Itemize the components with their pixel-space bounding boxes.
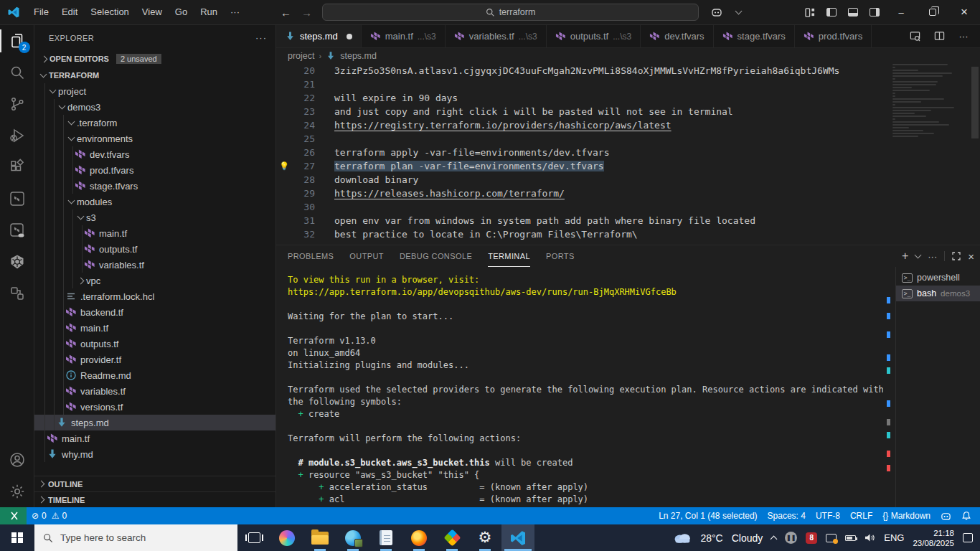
- menu-file[interactable]: File: [27, 4, 55, 21]
- taskbar-dev-diamond-icon[interactable]: [435, 524, 468, 551]
- remote-indicator[interactable]: [0, 507, 27, 524]
- terminal-instance-powershell[interactable]: >_powershell: [896, 270, 980, 286]
- tree-item-main.tf[interactable]: main.tf: [34, 430, 275, 446]
- activity-run-debug-icon[interactable]: [0, 120, 34, 151]
- editor-line-32[interactable]: 32best practice to locate in C:\Program …: [276, 227, 980, 241]
- editor-link-text[interactable]: https://registry.terraform.io/providers/…: [315, 118, 672, 132]
- editor-line-21[interactable]: 21: [276, 77, 980, 91]
- tree-item-dev.tfvars[interactable]: dev.tfvars: [34, 146, 275, 162]
- cursor-position[interactable]: Ln 27, Col 1 (48 selected): [654, 507, 762, 524]
- editor-scrollbar[interactable]: [970, 64, 980, 245]
- taskbar-vscode-icon[interactable]: [501, 524, 534, 551]
- activity-accounts-icon[interactable]: [0, 444, 34, 476]
- tree-item-TERRAFORM[interactable]: TERRAFORM: [34, 67, 275, 83]
- toggle-panel-icon[interactable]: [842, 3, 864, 22]
- back-arrow-icon[interactable]: ←: [281, 6, 291, 19]
- open-preview-icon[interactable]: [904, 27, 925, 46]
- timeline-section[interactable]: TIMELINE: [34, 491, 275, 507]
- editor-content[interactable]: 203zizPz5o3S0nsA.atlasv1.cjgyqxjDC43uuFc…: [276, 64, 980, 245]
- new-terminal-icon[interactable]: +: [902, 250, 908, 263]
- tree-item-project[interactable]: project: [34, 83, 275, 99]
- close-panel-icon[interactable]: ×: [968, 250, 974, 263]
- tree-item-stage.tfvars[interactable]: stage.tfvars: [34, 178, 275, 194]
- activity-terraform-icon[interactable]: [0, 183, 34, 215]
- activity-search-icon[interactable]: [0, 57, 34, 88]
- tab-stage.tfvars[interactable]: stage.tfvars: [714, 25, 795, 47]
- tree-item-vpc[interactable]: vpc: [34, 273, 275, 288]
- screen-snip-tray-icon[interactable]: [826, 534, 837, 542]
- tree-item-steps.md[interactable]: steps.md: [34, 415, 275, 430]
- problems-status[interactable]: ⊘0 ⚠0: [27, 507, 72, 524]
- notification-center-icon[interactable]: [963, 533, 973, 542]
- terminal-output[interactable]: To view this run in a browser, visit:htt…: [288, 274, 883, 507]
- notifications-bell-icon[interactable]: [956, 507, 980, 524]
- feedback-robot-icon[interactable]: [936, 507, 956, 524]
- tree-item-demos3[interactable]: demos3: [34, 99, 275, 115]
- copilot-icon[interactable]: [706, 3, 727, 22]
- panel-more-icon[interactable]: ···: [928, 251, 937, 262]
- tree-item-variables.tf[interactable]: variables.tf: [34, 383, 275, 399]
- activity-remote-explorer-icon[interactable]: [0, 278, 34, 309]
- split-editor-icon[interactable]: [928, 27, 950, 46]
- sidebar-more-icon[interactable]: ···: [255, 32, 267, 43]
- menu-edit[interactable]: Edit: [55, 4, 84, 21]
- tab-dev.tfvars[interactable]: dev.tfvars: [641, 25, 713, 47]
- terminal-instance-bash[interactable]: >_bashdemos3: [896, 286, 980, 301]
- minimap[interactable]: [890, 64, 969, 245]
- tree-item-versions.tf[interactable]: versions.tf: [34, 399, 275, 415]
- menu-run[interactable]: Run: [194, 4, 224, 21]
- outline-section[interactable]: OUTLINE: [34, 476, 275, 491]
- taskbar-notepad-icon[interactable]: [369, 524, 402, 551]
- eol-sequence[interactable]: CRLF: [845, 507, 877, 524]
- clock[interactable]: 21:18 23/08/2025: [913, 528, 954, 548]
- taskbar-search[interactable]: Type here to search: [34, 524, 237, 551]
- panel-tab-problems[interactable]: PROBLEMS: [288, 245, 334, 267]
- editor-line-31[interactable]: 31open env var from windows in system pa…: [276, 214, 980, 227]
- editor-line-30[interactable]: 30: [276, 200, 980, 214]
- editor-line-22[interactable]: 22will expire in 90 days: [276, 91, 980, 105]
- taskbar-settings-icon[interactable]: ⚙: [468, 524, 501, 551]
- language-mode[interactable]: {} Markdown: [877, 507, 936, 524]
- tab-steps.md[interactable]: steps.md: [276, 25, 362, 47]
- customize-layout-icon[interactable]: [799, 3, 821, 22]
- editor-line-26[interactable]: 26terraform apply -var-file=environments…: [276, 146, 980, 159]
- tree-item-outputs.tf[interactable]: outputs.tf: [34, 336, 275, 352]
- maximize-panel-icon[interactable]: [952, 252, 961, 260]
- tree-item-Readme.md[interactable]: Readme.md: [34, 367, 275, 383]
- activity-source-control-icon[interactable]: [0, 88, 34, 120]
- terminal-profile-chevron-icon[interactable]: [915, 252, 922, 259]
- tree-item-provider.tf[interactable]: provider.tf: [34, 352, 275, 367]
- lightbulb-icon[interactable]: 💡: [276, 159, 292, 173]
- editor-line-27[interactable]: 💡27terraform plan -var-file=environments…: [276, 159, 980, 173]
- editor-line-24[interactable]: 24https://registry.terraform.io/provider…: [276, 118, 980, 132]
- taskbar-copilot-icon[interactable]: [270, 524, 303, 551]
- task-view-button[interactable]: [237, 524, 270, 551]
- editor-line-23[interactable]: 23and just copy and right click i will b…: [276, 105, 980, 118]
- open-editors-section[interactable]: OPEN EDITORS 2 unsaved: [34, 50, 275, 67]
- toggle-secondary-sidebar-icon[interactable]: [864, 3, 885, 22]
- editor-line-25[interactable]: 25: [276, 132, 980, 146]
- breadcrumb[interactable]: project › steps.md: [276, 48, 980, 64]
- minimize-button[interactable]: –: [885, 0, 917, 25]
- tree-item-.terraform[interactable]: .terraform: [34, 115, 275, 131]
- panel-tab-terminal[interactable]: TERMINAL: [488, 245, 530, 267]
- tree-item-.terraform.lock.hcl[interactable]: .terraform.lock.hcl: [34, 288, 275, 304]
- panel-tab-debug-console[interactable]: DEBUG CONSOLE: [400, 245, 472, 267]
- menu-selection[interactable]: Selection: [84, 4, 135, 21]
- start-button[interactable]: [0, 524, 34, 551]
- activity-settings-icon[interactable]: [0, 476, 34, 507]
- activity-terraform-cloud-icon[interactable]: [0, 215, 34, 246]
- tab-prod.tfvars[interactable]: prod.tfvars: [795, 25, 872, 47]
- tree-item-s3[interactable]: s3: [34, 209, 275, 225]
- tree-item-outputs.tf[interactable]: outputs.tf: [34, 241, 275, 257]
- tab-outputs.tf[interactable]: outputs.tf...\s3: [547, 25, 641, 47]
- editor-link-text[interactable]: https://releases.hashicorp.com/terraform…: [315, 187, 565, 200]
- forward-arrow-icon[interactable]: →: [301, 6, 312, 19]
- tree-item-why.md[interactable]: why.md: [34, 446, 275, 462]
- encoding[interactable]: UTF-8: [811, 507, 845, 524]
- tabbar-more-icon[interactable]: ···: [953, 27, 974, 46]
- weather-temp[interactable]: 28°C: [700, 532, 722, 544]
- tab-main.tf[interactable]: main.tf...\s3: [362, 25, 446, 47]
- taskbar-edge-icon[interactable]: [336, 524, 369, 551]
- tree-item-main.tf[interactable]: main.tf: [34, 225, 275, 241]
